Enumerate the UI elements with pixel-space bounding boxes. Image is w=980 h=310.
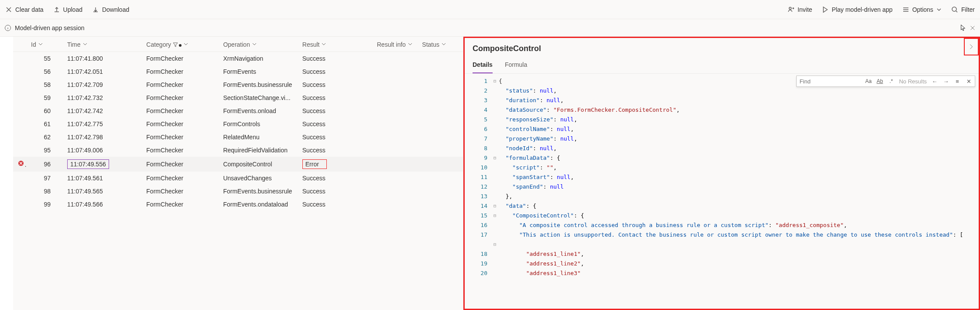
panel-expand-button[interactable]	[964, 38, 979, 55]
cell-category: FormChecker	[142, 91, 219, 104]
find-input[interactable]	[799, 78, 860, 85]
find-prev-icon[interactable]: ←	[931, 78, 938, 85]
fold-gutter[interactable]: ⊟	[491, 76, 499, 86]
code-line: 17 "This action is unsupported. Contact …	[465, 230, 979, 240]
error-icon	[17, 160, 24, 167]
tab-details[interactable]: Details	[473, 58, 493, 73]
cell-time: 11:07:49.561	[63, 172, 142, 185]
code-line: 20 "address1_line3"	[465, 269, 979, 278]
table-row[interactable]: 9511:07:49.006FormCheckerRequiredFieldVa…	[13, 144, 463, 157]
fold-gutter[interactable]: ⊟	[491, 201, 499, 211]
cell-operation: FormEvents.ondataload	[219, 198, 298, 211]
play-mda-button[interactable]: Play model-driven app	[822, 6, 892, 13]
cell-result: Success	[298, 91, 373, 104]
table-row[interactable]: 6211:07:42.798FormCheckerRelatedMenuSucc…	[13, 131, 463, 144]
clear-data-button[interactable]: Clear data	[5, 6, 44, 13]
code-line: 2 "status": null,	[465, 86, 979, 96]
col-result-info[interactable]: Result info	[373, 37, 418, 52]
cell-id: 98	[27, 185, 63, 198]
col-id[interactable]: Id	[27, 37, 63, 52]
invite-icon	[788, 6, 795, 13]
table-row[interactable]: 9711:07:49.561FormCheckerUnsavedChangesS…	[13, 172, 463, 185]
funnel-icon	[173, 42, 178, 47]
table-row[interactable]: 5811:07:42.709FormCheckerFormEvents.busi…	[13, 78, 463, 91]
cell-operation: FormControls	[219, 117, 298, 131]
fold-gutter[interactable]: ⊟	[491, 211, 499, 220]
code-line: 13 },	[465, 192, 979, 201]
code-line: 7 "propertyName": null,	[465, 134, 979, 144]
cell-result: Success	[298, 117, 373, 131]
cell-time: 11:07:42.775	[63, 117, 142, 131]
regex-icon[interactable]: .*	[887, 78, 894, 85]
table-row[interactable]: 6111:07:42.775FormCheckerFormControlsSuc…	[13, 117, 463, 131]
table-row[interactable]: 5911:07:42.732FormCheckerSectionStateCha…	[13, 91, 463, 104]
match-case-icon[interactable]: Aa	[865, 78, 872, 85]
find-selection-icon[interactable]: ≡	[954, 78, 961, 85]
options-button[interactable]: Options	[902, 6, 942, 13]
fold-gutter[interactable]: ⊟	[491, 240, 499, 249]
cell-category: FormChecker	[142, 78, 219, 91]
col-operation[interactable]: Operation	[219, 37, 298, 52]
upload-icon	[53, 6, 60, 13]
tab-formula[interactable]: Formula	[505, 58, 527, 73]
cell-id: 55	[27, 52, 63, 65]
cell-id: 99	[27, 198, 63, 211]
cell-id: 96	[27, 157, 63, 172]
table-row[interactable]: 6011:07:42.742FormCheckerFormEvents.onlo…	[13, 104, 463, 117]
cell-operation: XrmNavigation	[219, 52, 298, 65]
invite-button[interactable]: Invite	[788, 6, 812, 13]
cell-operation: FormEvents.businessrule	[219, 185, 298, 198]
whole-word-icon[interactable]: Ab	[876, 78, 883, 85]
col-result[interactable]: Result	[298, 37, 373, 52]
fold-gutter[interactable]: ⊟	[491, 153, 499, 163]
col-category[interactable]: Category	[142, 37, 219, 52]
find-bar: Aa Ab .* No Results ← → ≡ ✕	[796, 76, 975, 87]
cell-status	[418, 52, 463, 65]
table-row[interactable]: 9611:07:49.556FormCheckerCompositeContro…	[13, 157, 463, 172]
cell-result: Error	[298, 157, 373, 172]
cell-category: FormChecker	[142, 52, 219, 65]
code-line: 9⊟ "formulaData": {	[465, 153, 979, 163]
cell-result-info	[373, 131, 418, 144]
col-icon	[13, 37, 27, 52]
cell-category: FormChecker	[142, 131, 219, 144]
cell-id: 59	[27, 91, 63, 104]
col-status[interactable]: Status	[418, 37, 463, 52]
play-mda-label: Play model-driven app	[832, 6, 892, 13]
cell-time: 11:07:49.556	[63, 157, 142, 172]
table-row[interactable]: 9811:07:49.565FormCheckerFormEvents.busi…	[13, 185, 463, 198]
cell-result-info	[373, 185, 418, 198]
cell-status	[418, 104, 463, 117]
cell-time: 11:07:42.051	[63, 65, 142, 78]
code-line: 10 "script": "",	[465, 163, 979, 172]
cell-status	[418, 157, 463, 172]
cell-status	[418, 185, 463, 198]
code-line: 15⊟ "CompositeControl": {	[465, 211, 979, 220]
table-row[interactable]: 5611:07:42.051FormCheckerFormEventsSucce…	[13, 65, 463, 78]
find-next-icon[interactable]: →	[942, 78, 949, 85]
upload-button[interactable]: Upload	[53, 6, 82, 13]
svg-point-1	[952, 7, 956, 11]
table-row[interactable]: 5511:07:41.800FormCheckerXrmNavigationSu…	[13, 52, 463, 65]
options-icon	[902, 6, 909, 13]
cell-category: FormChecker	[142, 198, 219, 211]
panel-tabs: Details Formula	[465, 58, 979, 74]
cell-category: FormChecker	[142, 117, 219, 131]
svg-point-0	[789, 7, 791, 9]
code-line: 19 "address1_line2",	[465, 259, 979, 269]
find-close-icon[interactable]: ✕	[965, 78, 972, 85]
info-icon	[4, 24, 11, 31]
session-close-button[interactable]	[970, 25, 976, 31]
download-button[interactable]: Download	[92, 6, 129, 13]
cell-result: Success	[298, 52, 373, 65]
cell-operation: CompositeControl	[219, 157, 298, 172]
filter-button[interactable]: Filter	[951, 6, 975, 13]
cell-time: 11:07:41.800	[63, 52, 142, 65]
json-code-viewer[interactable]: 1⊟{2 "status": null,3 "duration": null,4…	[465, 74, 979, 278]
cell-operation: FormEvents.businessrule	[219, 78, 298, 91]
table-row[interactable]: 9911:07:49.566FormCheckerFormEvents.onda…	[13, 198, 463, 211]
cell-result: Success	[298, 172, 373, 185]
col-time[interactable]: Time	[63, 37, 142, 52]
filter-label: Filter	[961, 6, 975, 13]
cell-status	[418, 78, 463, 91]
